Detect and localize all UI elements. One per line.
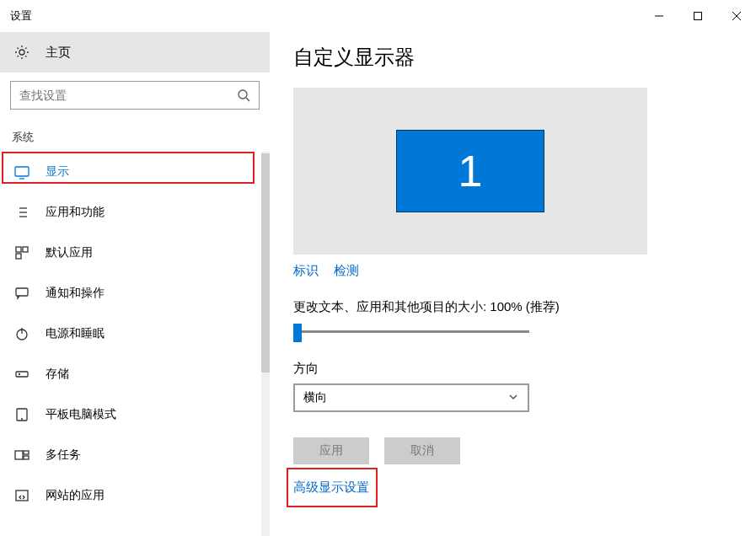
search-icon [237, 88, 250, 102]
sidebar-item-label: 应用和功能 [46, 205, 105, 220]
svg-rect-21 [16, 372, 28, 377]
list-icon [13, 204, 30, 221]
multitask-icon [13, 447, 30, 464]
sidebar-item-notifications[interactable]: 通知和操作 [0, 273, 270, 314]
sidebar-item-power[interactable]: 电源和睡眠 [0, 314, 270, 354]
svg-rect-18 [16, 288, 28, 296]
sidebar-item-label: 平板电脑模式 [46, 407, 116, 422]
chevron-down-icon [507, 391, 519, 405]
sidebar-item-display[interactable]: 显示 [0, 152, 270, 192]
chat-icon [13, 285, 30, 302]
sidebar-item-label: 多任务 [46, 448, 81, 463]
apply-button[interactable]: 应用 [293, 437, 369, 464]
svg-point-4 [19, 50, 24, 55]
sidebar-scrollbar[interactable] [261, 152, 270, 536]
apps-for-websites-icon [13, 487, 30, 504]
gear-icon [13, 44, 30, 61]
storage-icon [13, 366, 30, 383]
tablet-icon [13, 406, 30, 423]
advanced-display-settings-link[interactable]: 高级显示设置 [293, 474, 369, 501]
page-title: 自定义显示器 [293, 44, 739, 71]
svg-point-5 [239, 90, 247, 99]
sidebar-item-default-apps[interactable]: 默认应用 [0, 233, 270, 273]
slider-thumb[interactable] [293, 324, 302, 342]
sidebar-item-tablet[interactable]: 平板电脑模式 [0, 394, 270, 435]
display-icon [13, 163, 30, 180]
power-icon [13, 325, 30, 342]
maximize-button[interactable] [678, 3, 717, 29]
sidebar-list: 显示 应用和功能 默认应用 通知和操作 电源和睡眠 存储 [0, 152, 270, 516]
scale-slider[interactable] [293, 324, 529, 340]
home-label: 主页 [46, 45, 71, 61]
sidebar-item-apps[interactable]: 应用和功能 [0, 192, 270, 233]
sidebar-item-label: 电源和睡眠 [46, 326, 105, 341]
svg-rect-27 [24, 456, 29, 459]
search-input[interactable] [10, 81, 260, 110]
content-pane: 自定义显示器 1 标识 检测 更改文本、应用和其他项目的大小: 100% (推荐… [270, 32, 756, 536]
search-field[interactable] [19, 88, 237, 102]
sidebar-section: 系统 [0, 118, 270, 152]
svg-rect-15 [16, 247, 21, 252]
sidebar-item-label: 通知和操作 [46, 286, 105, 301]
orientation-value: 横向 [303, 390, 327, 405]
svg-rect-16 [23, 247, 28, 252]
monitor-1[interactable]: 1 [396, 130, 544, 212]
display-arrangement[interactable]: 1 [293, 88, 647, 255]
scale-label: 更改文本、应用和其他项目的大小: 100% (推荐) [293, 299, 739, 315]
cancel-button[interactable]: 取消 [384, 437, 460, 464]
default-apps-icon [13, 244, 30, 261]
svg-rect-17 [16, 254, 21, 259]
detect-link[interactable]: 检测 [334, 263, 359, 279]
svg-rect-25 [15, 451, 23, 459]
sidebar-item-label: 网站的应用 [46, 488, 105, 503]
sidebar-item-apps-for-websites[interactable]: 网站的应用 [0, 475, 270, 516]
svg-line-6 [246, 98, 249, 101]
svg-rect-26 [24, 451, 29, 454]
close-button[interactable] [717, 3, 756, 29]
orientation-dropdown[interactable]: 横向 [293, 383, 529, 412]
window-title: 设置 [10, 8, 32, 24]
identify-link[interactable]: 标识 [293, 263, 319, 279]
svg-point-22 [19, 374, 20, 375]
sidebar-item-label: 显示 [46, 164, 69, 180]
title-bar: 设置 [0, 0, 756, 32]
svg-rect-28 [16, 490, 28, 501]
sidebar-item-storage[interactable]: 存储 [0, 354, 270, 394]
minimize-button[interactable] [640, 3, 678, 29]
home-button[interactable]: 主页 [0, 32, 270, 72]
orientation-label: 方向 [293, 361, 739, 377]
scrollbar-thumb[interactable] [261, 153, 270, 373]
sidebar-item-label: 默认应用 [46, 245, 93, 260]
sidebar-item-label: 存储 [46, 367, 69, 382]
sidebar-item-multitask[interactable]: 多任务 [0, 435, 270, 475]
sidebar: 主页 系统 显示 应用和功能 默认应用 [0, 32, 270, 536]
svg-rect-7 [15, 167, 29, 176]
svg-rect-1 [694, 13, 702, 20]
